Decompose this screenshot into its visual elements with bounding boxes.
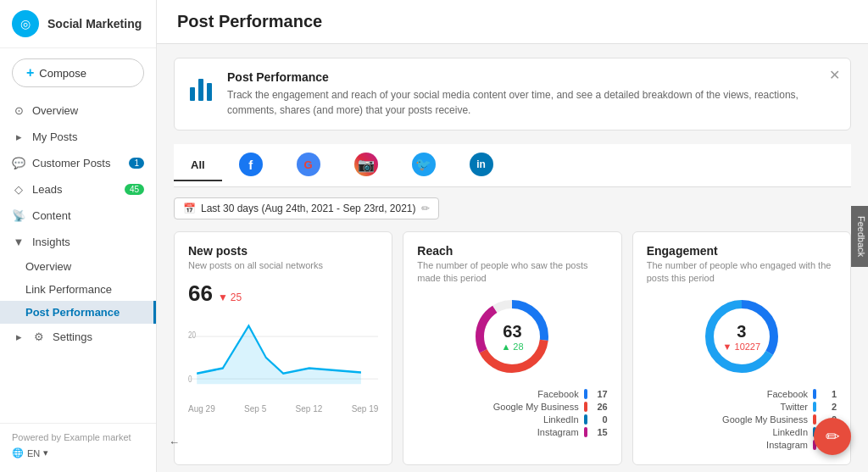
eng-gmb-label: Google My Business bbox=[722, 414, 808, 425]
reach-gmb-label: Google My Business bbox=[493, 402, 579, 412]
gear-icon: ⚙ bbox=[32, 330, 46, 343]
date-filter-label: Last 30 days (Aug 24th, 2021 - Sep 23rd,… bbox=[201, 203, 416, 214]
stats-grid: New posts New posts on all social networ… bbox=[174, 231, 851, 465]
svg-text:20: 20 bbox=[188, 331, 196, 341]
engagement-platform-list: Facebook 1 Twitter 2 Google My Business bbox=[647, 389, 837, 453]
sidebar-item-insights[interactable]: ▼ Insights bbox=[0, 229, 156, 255]
settings-label: Settings bbox=[53, 330, 92, 343]
banner-text-block: Post Performance Track the engagement an… bbox=[227, 70, 837, 118]
new-posts-change: ▼ 25 bbox=[218, 292, 242, 303]
new-posts-change-value: 25 bbox=[231, 292, 242, 303]
reach-platform-facebook: Facebook 17 bbox=[417, 389, 607, 399]
sidebar-item-settings[interactable]: ▸ ⚙ Settings bbox=[0, 324, 156, 350]
eng-fb-label: Facebook bbox=[732, 389, 808, 399]
reach-li-label: LinkedIn bbox=[503, 414, 579, 425]
eng-platform-gmb: Google My Business 0 bbox=[647, 414, 837, 425]
eng-gmb-bar bbox=[813, 414, 816, 425]
content-icon: 📡 bbox=[12, 209, 25, 222]
tab-linkedin[interactable]: in bbox=[453, 144, 510, 186]
reach-ig-val: 15 bbox=[593, 427, 608, 437]
fab-edit-button[interactable]: ✏ bbox=[814, 418, 851, 455]
reach-li-bar bbox=[584, 414, 587, 425]
reach-platform-instagram: Instagram 15 bbox=[417, 427, 607, 437]
sidebar-sub-item-post-performance[interactable]: Post Performance bbox=[0, 301, 156, 324]
engagement-donut-container: 3 ▼ 10227 Facebook 1 Twitter bbox=[647, 294, 837, 453]
engagement-title: Engagement bbox=[647, 244, 837, 258]
globe-icon: 🌐 bbox=[12, 447, 24, 458]
sidebar-item-my-posts[interactable]: ▸ My Posts bbox=[0, 124, 156, 150]
new-posts-value: 66 bbox=[188, 280, 213, 307]
tab-gmb[interactable]: G bbox=[280, 144, 337, 186]
reach-card: Reach The number of people who saw the p… bbox=[403, 231, 621, 465]
eng-ig-label: Instagram bbox=[732, 440, 808, 450]
new-posts-title: New posts bbox=[188, 244, 378, 258]
svg-rect-0 bbox=[190, 87, 195, 101]
reach-fb-val: 17 bbox=[593, 389, 608, 399]
language-label: EN bbox=[27, 448, 40, 458]
sidebar-item-leads[interactable]: ◇ Leads 45 bbox=[0, 176, 156, 203]
app-logo: ◎ bbox=[12, 10, 39, 37]
reach-donut-container: 63 ▲ 28 Facebook 17 Google My Business bbox=[417, 294, 607, 440]
reach-donut: 63 ▲ 28 bbox=[470, 294, 554, 379]
main-body: Post Performance Track the engagement an… bbox=[157, 44, 868, 472]
nav-label-leads: Leads bbox=[32, 183, 62, 196]
sidebar-item-overview[interactable]: ⊙ Overview bbox=[0, 97, 156, 124]
reach-ig-label: Instagram bbox=[503, 427, 579, 437]
tab-twitter[interactable]: 🐦 bbox=[395, 144, 453, 186]
reach-ig-bar bbox=[584, 427, 587, 437]
new-posts-subtitle: New posts on all social networks bbox=[188, 259, 378, 272]
eng-platform-instagram: Instagram 0 bbox=[647, 440, 837, 450]
banner-title: Post Performance bbox=[227, 70, 837, 84]
sidebar: ◎ Social Marketing + Compose ⊙ Overview … bbox=[0, 0, 157, 472]
eng-platform-linkedin: LinkedIn 0 bbox=[647, 427, 837, 437]
reach-platform-gmb: Google My Business 26 bbox=[417, 402, 607, 412]
sidebar-header: ◎ Social Marketing bbox=[0, 0, 156, 48]
reach-li-val: 0 bbox=[593, 414, 608, 425]
settings-icon: ▸ bbox=[12, 330, 25, 343]
tab-all[interactable]: All bbox=[174, 150, 222, 181]
svg-marker-7 bbox=[197, 326, 361, 385]
feedback-button[interactable]: Feedback bbox=[851, 205, 868, 266]
engagement-donut: 3 ▼ 10227 bbox=[699, 294, 784, 379]
engagement-donut-center: 3 ▼ 10227 bbox=[723, 321, 761, 351]
tab-facebook[interactable]: f bbox=[222, 144, 280, 186]
eng-tw-label: Twitter bbox=[732, 402, 808, 412]
instagram-tab-icon: 📷 bbox=[354, 153, 378, 176]
fab-edit-icon: ✏ bbox=[826, 426, 840, 447]
customer-posts-badge: 1 bbox=[129, 158, 144, 169]
reach-change: ▲ 28 bbox=[501, 341, 523, 351]
compose-button[interactable]: + Compose bbox=[12, 58, 144, 87]
language-selector[interactable]: 🌐 EN ▾ bbox=[12, 442, 144, 464]
banner-close-button[interactable]: ✕ bbox=[829, 67, 840, 83]
reach-donut-center: 63 ▲ 28 bbox=[501, 321, 523, 351]
reach-gmb-val: 26 bbox=[593, 402, 608, 412]
sidebar-footer: Powered by Example market 🌐 EN ▾ bbox=[0, 423, 156, 472]
chevron-down-icon: ▾ bbox=[43, 447, 48, 458]
tab-instagram[interactable]: 📷 bbox=[337, 144, 395, 186]
engagement-subtitle: The number of people who engaged with th… bbox=[647, 259, 837, 286]
platform-tabs: All f G 📷 🐦 in bbox=[174, 144, 851, 187]
sidebar-item-customer-posts[interactable]: 💬 Customer Posts 1 bbox=[0, 150, 156, 176]
facebook-tab-icon: f bbox=[239, 153, 263, 176]
main-content: Post Performance Post Performance Track … bbox=[157, 0, 868, 472]
chart-label-sep5: Sep 5 bbox=[244, 404, 266, 414]
leads-badge: 45 bbox=[125, 184, 144, 195]
plus-icon: + bbox=[26, 65, 34, 81]
compose-label: Compose bbox=[39, 67, 86, 80]
eng-tw-val: 2 bbox=[821, 402, 837, 412]
reach-platform-linkedin: LinkedIn 0 bbox=[417, 414, 607, 425]
back-arrow-button[interactable]: ← bbox=[157, 429, 192, 455]
nav-label-content: Content bbox=[32, 209, 71, 222]
page-header: Post Performance bbox=[157, 0, 868, 44]
sidebar-sub-item-link-performance[interactable]: Link Performance bbox=[0, 278, 156, 301]
reach-fb-label: Facebook bbox=[503, 389, 579, 399]
sidebar-sub-item-overview[interactable]: Overview bbox=[0, 255, 156, 278]
reach-fb-bar bbox=[584, 389, 587, 399]
leads-icon: ◇ bbox=[12, 183, 25, 196]
app-title: Social Marketing bbox=[47, 17, 142, 31]
date-filter-button[interactable]: 📅 Last 30 days (Aug 24th, 2021 - Sep 23r… bbox=[174, 197, 439, 219]
sidebar-item-content[interactable]: 📡 Content bbox=[0, 203, 156, 229]
new-posts-card: New posts New posts on all social networ… bbox=[174, 231, 392, 465]
my-posts-icon: ▸ bbox=[12, 130, 25, 143]
eng-platform-facebook: Facebook 1 bbox=[647, 389, 837, 399]
